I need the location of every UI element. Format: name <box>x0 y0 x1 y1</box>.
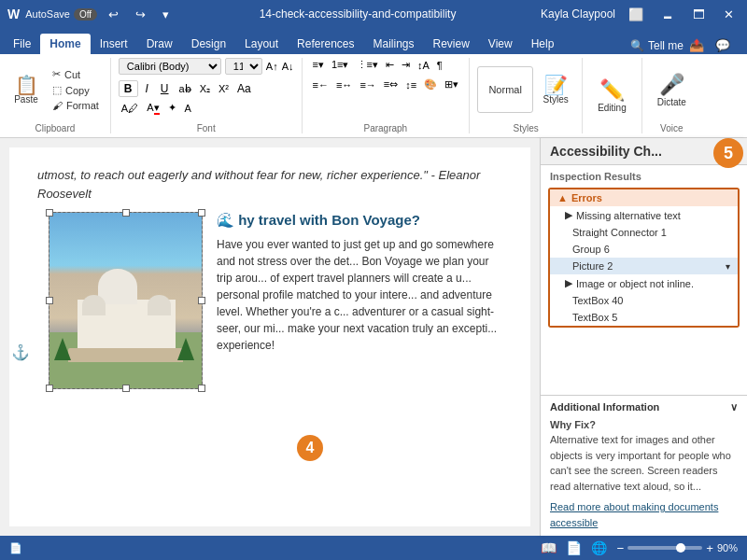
font-size-select[interactable]: 11 <box>225 58 262 75</box>
font-grow-button[interactable]: A↑ <box>266 58 278 75</box>
zoom-out-button[interactable]: − <box>616 541 624 555</box>
errors-header[interactable]: ▲ Errors <box>550 189 738 206</box>
show-marks-button[interactable]: ¶ <box>434 58 445 72</box>
clipboard-content: 📋 Paste ✂ Cut ⬚ Copy 🖌 Format <box>7 58 103 121</box>
status-right: 📖 📄 🌐 − + 90% <box>541 540 738 555</box>
tab-review[interactable]: Review <box>424 34 479 54</box>
cut-button[interactable]: ✂ Cut <box>49 67 103 81</box>
format-painter-icon: 🖌 <box>52 100 63 111</box>
clipboard-group: 📋 Paste ✂ Cut ⬚ Copy 🖌 Format Clipboard <box>0 58 111 133</box>
additional-info-header[interactable]: Additional Information ∨ <box>550 401 738 413</box>
clipboard-label: Clipboard <box>35 123 76 133</box>
close-button[interactable]: ✕ <box>718 6 740 23</box>
tell-me-button[interactable]: 🔍 Tell me <box>630 39 684 52</box>
document-quote: utmost, to reach out eagerly and without… <box>37 166 502 203</box>
superscript-button[interactable]: X² <box>216 80 232 97</box>
group-6-item[interactable]: Group 6 <box>550 241 738 258</box>
accessibility-panel: Accessibility Ch... − ✕ Inspection Resul… <box>540 138 747 536</box>
increase-indent-button[interactable]: ⇥ <box>399 58 413 72</box>
straight-connector-item[interactable]: Straight Connector 1 <box>550 224 738 241</box>
error-items: ▶ Missing alternative text Straight Conn… <box>550 206 738 326</box>
editing-button[interactable]: ✏️ Editing <box>590 76 634 116</box>
textbox-row5-item[interactable]: TextBox 5 <box>550 309 738 326</box>
change-case-button[interactable]: Aa <box>234 80 254 97</box>
collapse-icon: ∨ <box>730 401 738 413</box>
comment-button[interactable]: 💬 <box>710 36 736 54</box>
zoom-track[interactable] <box>627 546 702 550</box>
tab-help[interactable]: Help <box>522 34 564 54</box>
highlight-button[interactable]: A🖊 <box>119 101 141 115</box>
filename-label: 14-check-accessibility-and-compatibility <box>260 7 457 21</box>
tab-file[interactable]: File <box>4 34 40 54</box>
styles-group: Normal 📝 Styles Styles <box>470 58 583 133</box>
dictate-button[interactable]: 🎤 Dictate <box>650 70 694 110</box>
text-effects-button[interactable]: A <box>182 101 194 115</box>
font-shrink-button[interactable]: A↓ <box>282 58 294 75</box>
decrease-indent-button[interactable]: ⇤ <box>383 58 397 72</box>
customize-qat[interactable]: ▾ <box>157 6 175 23</box>
print-layout-button[interactable]: 📄 <box>566 540 582 555</box>
autosave-status: Off <box>74 8 97 21</box>
styles-content: Normal 📝 Styles <box>477 58 574 121</box>
tab-view[interactable]: View <box>479 34 522 54</box>
picture-2-item[interactable]: Picture 2 ▾ <box>550 258 738 274</box>
paragraph-group: ≡▾ 1≡▾ ⋮≡▾ ⇤ ⇥ ↕A ¶ ≡← ≡↔ ≡→ ≡⇔ ↕≡ 🎨 ⊞▾ … <box>303 58 471 133</box>
copy-button[interactable]: ⬚ Copy <box>49 83 103 97</box>
additional-info: Additional Information ∨ Why Fix? Altern… <box>541 395 747 537</box>
justify-button[interactable]: ≡⇔ <box>381 77 401 91</box>
read-mode-button[interactable]: 📖 <box>541 540 557 555</box>
read-more-link[interactable]: Read more about making documents accessi… <box>550 499 738 530</box>
tab-insert[interactable]: Insert <box>91 34 137 54</box>
tab-layout[interactable]: Layout <box>235 34 288 54</box>
styles-preview[interactable]: Normal <box>477 66 533 113</box>
tab-home[interactable]: Home <box>40 34 90 54</box>
clear-format-button[interactable]: ✦ <box>165 101 179 115</box>
expand-icon-2: ▶ <box>565 277 572 289</box>
tab-draw[interactable]: Draw <box>137 34 182 54</box>
zoom-in-button[interactable]: + <box>706 541 713 555</box>
bullets-button[interactable]: ≡▾ <box>310 58 327 72</box>
document-title: 14-check-accessibility-and-compatibility <box>175 7 541 21</box>
styles-pane-button[interactable]: 📝 Styles <box>537 73 574 107</box>
tab-design[interactable]: Design <box>182 34 235 54</box>
share-button[interactable]: 📤 <box>684 36 710 54</box>
italic-button[interactable]: I <box>141 80 153 97</box>
font-family-select[interactable]: Calibri (Body) <box>119 58 221 75</box>
font-label: Font <box>197 123 216 133</box>
document-image[interactable] <box>49 212 203 389</box>
redo-button[interactable]: ↪ <box>130 6 151 23</box>
web-layout-button[interactable]: 🌐 <box>591 540 607 555</box>
autosave-toggle[interactable]: AutoSave Off <box>25 8 97 21</box>
minimize-button[interactable]: 🗕 <box>656 6 680 23</box>
shading-button[interactable]: 🎨 <box>421 77 440 91</box>
format-painter-button[interactable]: 🖌 Format <box>49 99 103 112</box>
bold-button[interactable]: B <box>119 80 138 97</box>
word-logo: W <box>7 7 20 21</box>
paste-button[interactable]: 📋 Paste <box>7 73 45 107</box>
align-right-button[interactable]: ≡→ <box>357 77 378 91</box>
undo-button[interactable]: ↩ <box>103 6 124 23</box>
subscript-button[interactable]: X₂ <box>197 80 213 97</box>
tab-mailings[interactable]: Mailings <box>363 34 423 54</box>
numbering-button[interactable]: 1≡▾ <box>329 58 352 72</box>
align-left-button[interactable]: ≡← <box>310 77 331 91</box>
why-icon: 🌊 <box>217 212 234 228</box>
line-spacing-button[interactable]: ↕≡ <box>402 77 419 91</box>
borders-button[interactable]: ⊞▾ <box>442 77 461 91</box>
tab-references[interactable]: References <box>288 34 363 54</box>
image-not-inline-item[interactable]: ▶ Image or object not inline. <box>550 274 738 292</box>
ribbon-display-button[interactable]: ⬜ <box>623 6 649 23</box>
multilevel-list-button[interactable]: ⋮≡▾ <box>354 58 381 72</box>
sort-button[interactable]: ↕A <box>415 58 432 72</box>
missing-alt-text-item[interactable]: ▶ Missing alternative text <box>550 206 738 224</box>
textbox-40-item[interactable]: TextBox 40 <box>550 292 738 309</box>
additional-info-label: Additional Information <box>550 401 659 413</box>
strikethrough-button[interactable]: ab̶ <box>176 80 194 97</box>
maximize-button[interactable]: 🗖 <box>687 6 711 23</box>
underline-button[interactable]: U <box>156 80 174 97</box>
font-color-button[interactable]: A▾ <box>144 101 162 115</box>
anchor-icon: ⚓ <box>11 343 30 361</box>
align-center-button[interactable]: ≡↔ <box>333 77 355 91</box>
document-image-container[interactable] <box>49 212 203 389</box>
document-page: utmost, to reach out eagerly and without… <box>9 147 530 526</box>
